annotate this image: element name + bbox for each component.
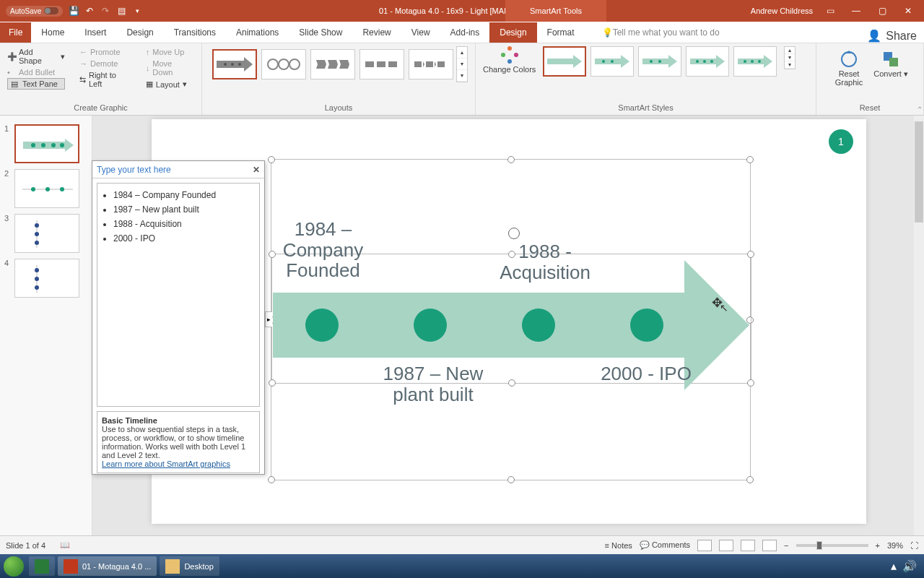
timeline-node-4[interactable] — [630, 309, 663, 342]
folder-icon — [165, 559, 180, 574]
style-opt4[interactable] — [686, 46, 729, 77]
svg-point-5 — [279, 59, 289, 69]
comments-button[interactable]: 💬 Comments — [640, 540, 690, 550]
spellcheck-icon[interactable]: 📖 — [60, 540, 70, 550]
change-colors-button[interactable]: Change Colors — [483, 46, 536, 74]
vertical-scrollbar[interactable] — [914, 116, 924, 549]
promote-button[interactable]: ← Promote — [79, 46, 131, 58]
text-pane[interactable]: Type your text here ✕ 1984 – Company Fou… — [92, 160, 265, 475]
thumbnail-4[interactable] — [14, 259, 79, 298]
tab-view[interactable]: View — [401, 22, 440, 43]
move-up-button[interactable]: ↑ Move Up — [146, 46, 194, 58]
zoom-level[interactable]: 39% — [887, 541, 903, 550]
tab-file[interactable]: File — [0, 22, 31, 43]
maximize-icon[interactable]: ▢ — [873, 6, 891, 16]
learn-more-link[interactable]: Learn more about SmartArt graphics — [102, 460, 230, 468]
thumbnail-1[interactable] — [14, 124, 79, 163]
collapse-ribbon-icon[interactable]: ⌃ — [917, 105, 923, 113]
svg-point-43 — [31, 187, 35, 191]
layout-timeline[interactable] — [212, 49, 257, 79]
timeline-node-1[interactable] — [305, 309, 339, 342]
layout-opt4[interactable] — [359, 49, 404, 79]
sorter-view-button[interactable] — [719, 540, 733, 551]
tell-me[interactable]: 💡 Tell me what you want to do — [592, 22, 730, 43]
tab-slideshow[interactable]: Slide Show — [289, 22, 352, 43]
volume-icon[interactable]: 🔊 — [902, 559, 917, 573]
account-name[interactable]: Andrew Childress — [751, 7, 813, 15]
slide-indicator[interactable]: Slide 1 of 4 — [6, 541, 45, 550]
style-opt3[interactable] — [638, 46, 681, 77]
minimize-icon[interactable]: — — [847, 6, 865, 16]
tab-insert[interactable]: Insert — [74, 22, 116, 43]
task-excel[interactable] — [29, 556, 55, 576]
autosave-toggle[interactable]: AutoSave — [6, 6, 63, 17]
styles-scroll[interactable]: ▴▾▾ — [784, 46, 796, 69]
tab-transitions[interactable]: Transitions — [164, 22, 226, 43]
undo-icon[interactable]: ↶ — [84, 6, 95, 16]
text-pane-item[interactable]: 1984 – Company Founded — [113, 188, 255, 202]
text-pane-close-icon[interactable]: ✕ — [253, 165, 260, 175]
tab-design[interactable]: Design — [116, 22, 163, 43]
convert-button[interactable]: Convert ▾ — [873, 49, 909, 79]
rtl-button[interactable]: ⇆ Right to Left — [79, 69, 131, 90]
save-icon[interactable]: 💾 — [69, 6, 79, 16]
text-pane-item[interactable]: 2000 - IPO — [113, 231, 255, 246]
layout-button[interactable]: ▦ Layout ▾ — [146, 78, 194, 90]
task-powerpoint[interactable]: 01 - Motagua 4.0 ... — [58, 556, 157, 576]
expand-text-pane-tab[interactable]: ▸ — [265, 311, 272, 327]
svg-marker-37 — [23, 139, 74, 152]
normal-view-button[interactable] — [697, 540, 712, 551]
layout-opt2[interactable] — [261, 49, 306, 79]
timeline-node-2[interactable] — [414, 309, 447, 342]
thumbnail-2[interactable] — [14, 169, 79, 208]
system-tray[interactable]: ▴ 🔊 — [891, 559, 924, 573]
add-bullet-button[interactable]: •Add Bullet — [7, 66, 65, 78]
zoom-slider[interactable] — [796, 544, 868, 547]
tray-up-icon[interactable]: ▴ — [891, 559, 897, 573]
demote-button[interactable]: → Demote — [79, 58, 131, 69]
text-pane-item[interactable]: 1987 – New plant built — [113, 202, 255, 217]
text-pane-body[interactable]: 1984 – Company Founded 1987 – New plant … — [97, 183, 260, 407]
start-icon[interactable]: ▤ — [116, 6, 126, 16]
qat-dropdown-icon[interactable]: ▾ — [132, 6, 142, 16]
thumbnail-3[interactable] — [14, 214, 79, 253]
layout-opt5[interactable] — [409, 49, 453, 79]
notes-button[interactable]: ≡ Notes — [605, 541, 632, 550]
style-opt1[interactable] — [543, 46, 586, 77]
zoom-in-button[interactable]: + — [876, 541, 880, 550]
group-reset-label: Reset — [824, 102, 916, 112]
tab-animations[interactable]: Animations — [226, 22, 289, 43]
tab-home[interactable]: Home — [31, 22, 74, 43]
timeline-label-4[interactable]: 2000 - IPO — [592, 363, 700, 384]
tab-review[interactable]: Review — [352, 22, 401, 43]
tab-smartart-format[interactable]: Format — [537, 22, 585, 43]
ribbon-display-icon[interactable]: ▭ — [821, 6, 839, 16]
slide-number-badge: 1 — [829, 129, 853, 154]
text-pane-button[interactable]: ▤Text Pane — [7, 78, 65, 90]
layout-opt3[interactable] — [310, 49, 355, 79]
rotate-handle-icon[interactable] — [508, 228, 520, 239]
text-pane-item[interactable]: 1988 - Acquisition — [113, 217, 255, 231]
tab-smartart-design[interactable]: Design — [489, 22, 536, 43]
move-down-button[interactable]: ↓ Move Down — [146, 58, 194, 78]
reset-graphic-button[interactable]: Reset Graphic — [831, 49, 867, 87]
tab-addins[interactable]: Add-ins — [440, 22, 490, 43]
start-button[interactable] — [0, 554, 27, 578]
slideshow-view-button[interactable] — [762, 540, 777, 551]
share-button[interactable]: 👤Share — [867, 29, 917, 43]
fit-window-button[interactable]: ⛶ — [910, 541, 918, 550]
close-icon[interactable]: ✕ — [899, 6, 917, 16]
style-opt2[interactable] — [590, 46, 634, 77]
zoom-out-button[interactable]: − — [784, 541, 788, 550]
timeline-label-3[interactable]: 1988 - Acquisition — [491, 241, 599, 282]
layouts-scroll[interactable]: ▴▾▾ — [456, 46, 468, 82]
reading-view-button[interactable] — [741, 540, 755, 551]
redo-icon[interactable]: ↷ — [100, 6, 110, 16]
timeline-node-3[interactable] — [522, 309, 555, 342]
style-opt5[interactable] — [733, 46, 777, 77]
timeline-label-1[interactable]: 1984 – Company Founded — [278, 219, 368, 281]
add-shape-button[interactable]: ➕Add Shape ▾ — [7, 46, 65, 66]
timeline-label-2[interactable]: 1987 – New plant built — [383, 363, 484, 405]
svg-point-20 — [602, 60, 605, 63]
task-desktop[interactable]: Desktop — [160, 556, 219, 576]
